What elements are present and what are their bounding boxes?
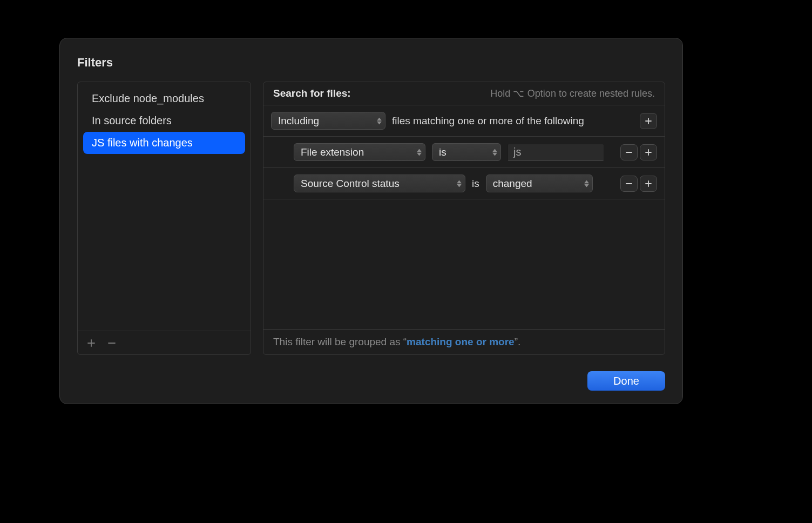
hint-rest: Option to create nested rules. [525,88,655,99]
source-control-value-label: changed [493,178,532,190]
chevron-up-down-icon [584,180,589,187]
filter-item-exclude-node-modules[interactable]: Exclude node_modules [83,88,245,110]
filter-list: Exclude node_modules In source folders J… [78,82,251,331]
footer-prefix: This filter will be grouped as “ [273,336,407,347]
source-control-field-label: Source Control status [301,178,400,190]
add-rule-2-button[interactable] [640,176,657,192]
dialog-buttons: Done [77,371,665,391]
rule-row-top: Including files matching one or more of … [263,105,665,137]
chevron-up-down-icon [492,149,497,156]
dialog-body: Exclude node_modules In source folders J… [77,82,665,355]
sidebar-toolbar [78,331,251,354]
remove-rule-1-button[interactable] [620,144,638,160]
including-text: files matching one or more of the follow… [392,115,584,127]
plus-icon [645,149,652,156]
add-filter-button[interactable] [85,337,97,349]
chevron-up-down-icon [377,117,382,124]
footer-suffix: ”. [515,336,521,347]
source-control-value-popup[interactable]: changed [486,175,593,192]
rules-pane: Search for files: Hold ⌥ Option to creat… [263,82,665,355]
filters-sidebar: Exclude node_modules In source folders J… [77,82,251,355]
rule-row-source-control: Source Control status is changed [263,168,665,199]
file-extension-op-label: is [439,146,446,158]
add-rule-1-button[interactable] [640,144,657,160]
filters-dialog: Filters Exclude node_modules In source f… [59,38,683,404]
minus-icon [625,180,633,187]
remove-filter-button[interactable] [106,337,118,349]
dialog-title: Filters [77,56,665,70]
minus-icon [107,339,116,347]
add-rule-top-button[interactable] [640,113,657,129]
filter-item-in-source-folders[interactable]: In source folders [83,110,245,132]
plus-icon [87,339,96,347]
filter-item-js-files-with-changes[interactable]: JS files with changes [83,132,245,154]
file-extension-popup-label: File extension [301,146,364,158]
rules-caption: Search for files: [273,88,351,99]
including-popup-label: Including [278,115,319,127]
rule-row-file-extension: File extension is [263,137,665,168]
remove-rule-2-button[interactable] [620,176,638,192]
rules-hint: Hold ⌥ Option to create nested rules. [490,88,655,99]
including-popup[interactable]: Including [271,112,385,130]
file-extension-popup[interactable]: File extension [294,143,425,161]
chevron-up-down-icon [457,180,462,187]
rules-footer: This filter will be grouped as “matching… [263,329,665,354]
option-key-icon: ⌥ [513,88,525,99]
plus-icon [645,117,652,125]
minus-icon [625,149,633,156]
file-extension-value-input[interactable] [508,144,604,161]
done-button[interactable]: Done [587,371,665,391]
hint-prefix: Hold [490,88,513,99]
rules-header: Search for files: Hold ⌥ Option to creat… [263,82,665,105]
footer-group-link[interactable]: matching one or more [407,336,515,347]
file-extension-op-popup[interactable]: is [432,143,501,161]
source-control-field-popup[interactable]: Source Control status [294,175,465,192]
source-control-op-text: is [472,178,479,190]
chevron-up-down-icon [417,149,422,156]
rules-empty-space [263,199,665,329]
plus-icon [645,180,652,187]
